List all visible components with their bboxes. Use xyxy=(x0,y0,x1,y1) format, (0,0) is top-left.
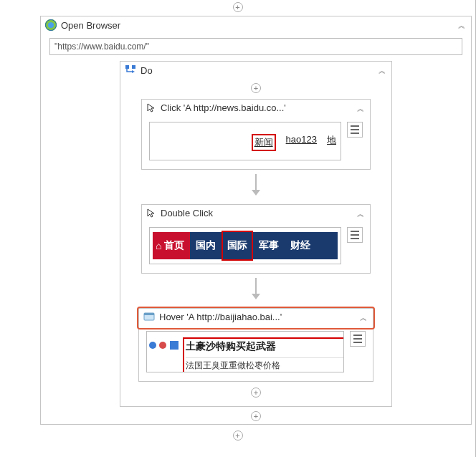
add-activity-top[interactable]: + xyxy=(233,2,243,12)
add-activity[interactable]: + xyxy=(251,83,261,93)
svg-marker-2 xyxy=(132,70,135,73)
do-icon xyxy=(125,64,136,76)
nav-military: 军事 xyxy=(253,232,285,259)
link-map[interactable]: 地 xyxy=(327,134,336,151)
hover-activity[interactable]: Hover 'A http://baijiahao.bai...' ︽ xyxy=(138,308,373,382)
click-title: Click 'A http://news.baidu.co...' xyxy=(161,102,366,113)
home-icon: ⌂ xyxy=(156,240,161,251)
selector-menu-button[interactable] xyxy=(347,122,363,138)
collapse-chevron-icon[interactable]: ︽ xyxy=(457,21,467,31)
globe-icon xyxy=(45,19,57,31)
double-click-title: Double Click xyxy=(161,208,366,218)
svg-rect-0 xyxy=(125,65,129,69)
add-activity-bottom[interactable]: + xyxy=(233,430,243,441)
hover-headline: 土豪沙特购买起武器 xyxy=(186,340,343,353)
do-activity: Do ︽ + Click 'A http://news.baidu.co...'… xyxy=(120,61,392,407)
cursor-icon xyxy=(146,103,156,113)
link-hao123[interactable]: hao123 xyxy=(286,134,317,151)
nav-international: 国际 xyxy=(222,231,253,261)
open-browser-activity: Open Browser ︽ "https://www.baidu.com/" … xyxy=(40,16,472,425)
nav-finance: 财经 xyxy=(285,232,316,259)
svg-point-10 xyxy=(149,342,156,349)
svg-marker-4 xyxy=(252,190,260,196)
svg-rect-12 xyxy=(170,341,178,350)
svg-rect-1 xyxy=(132,65,135,69)
hover-selector-preview[interactable]: 土豪沙特购买起武器 法国王臭亚重做松枣价格 xyxy=(146,331,344,372)
selector-menu-button[interactable] xyxy=(350,331,366,347)
selector-menu-button[interactable] xyxy=(347,227,363,243)
svg-rect-8 xyxy=(144,313,154,315)
click-activity: Click 'A http://news.baidu.co...' ︽ 新闻 h… xyxy=(141,99,371,170)
collapse-chevron-icon[interactable]: ︽ xyxy=(356,104,366,114)
add-activity[interactable]: + xyxy=(251,388,261,398)
logo-fragment-icon xyxy=(148,339,180,352)
url-input[interactable]: "https://www.baidu.com/" xyxy=(49,38,462,55)
cursor-icon xyxy=(146,208,156,218)
add-activity[interactable]: + xyxy=(251,411,261,421)
flow-arrow-icon xyxy=(129,170,383,200)
hover-title: Hover 'A http://baijiahao.bai...' xyxy=(159,312,368,322)
click-selector-preview[interactable]: 新闻 hao123 地 xyxy=(149,122,341,160)
svg-marker-6 xyxy=(252,294,260,299)
collapse-chevron-icon[interactable]: ︽ xyxy=(358,313,368,323)
collapse-chevron-icon[interactable]: ︽ xyxy=(377,66,387,76)
open-browser-title: Open Browser xyxy=(61,20,467,31)
svg-point-11 xyxy=(159,342,166,349)
double-click-selector-preview[interactable]: ⌂ 首页 国内 国际 军事 财经 xyxy=(149,227,341,264)
hover-subline: 法国王臭亚重做松枣价格 xyxy=(186,357,343,372)
link-news[interactable]: 新闻 xyxy=(252,134,276,151)
nav-domestic: 国内 xyxy=(190,232,222,259)
do-title: Do xyxy=(141,65,387,76)
hover-icon xyxy=(143,312,155,322)
double-click-activity: Double Click ︽ ⌂ 首页 国内 xyxy=(141,204,371,274)
collapse-chevron-icon[interactable]: ︽ xyxy=(356,209,366,219)
flow-arrow-icon xyxy=(129,274,383,304)
nav-home: 首页 xyxy=(164,239,184,252)
